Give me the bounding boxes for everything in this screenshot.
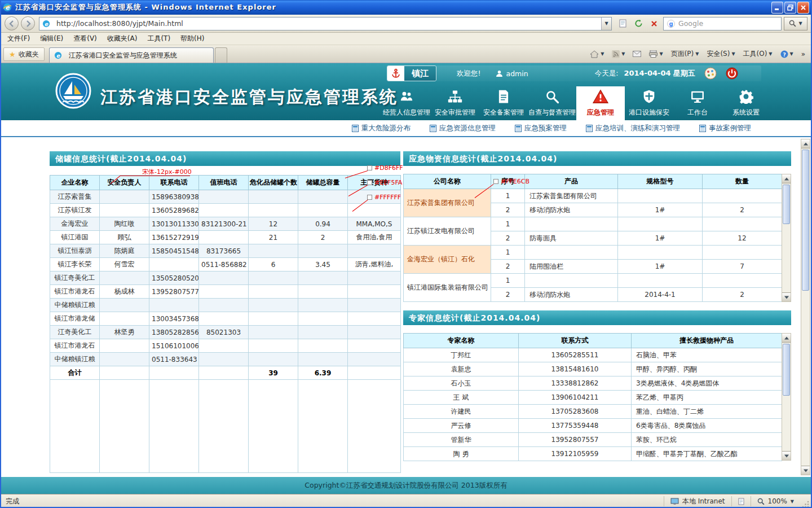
mail-button[interactable] (629, 49, 645, 59)
experts-cell: 严云修 (404, 419, 519, 433)
supplies-scrollbar[interactable] (782, 174, 791, 302)
tools-menu-button[interactable]: 工具(O)▼ (740, 47, 776, 60)
tank-cell (348, 271, 401, 285)
supplies-cell: 1 (491, 274, 525, 288)
search-button[interactable]: ▼ (784, 17, 807, 30)
experts-scrollbar[interactable] (782, 333, 791, 461)
resize-grip[interactable] (801, 500, 810, 508)
tank-cell: 85021303 (199, 326, 249, 339)
nav-label: 经营人信息管理 (383, 108, 430, 117)
search-icon (789, 20, 796, 27)
subnav-item-1[interactable]: 应急资源信息管理 (430, 124, 496, 133)
supplies-cell (525, 217, 618, 231)
tank-cell (298, 285, 348, 299)
favorites-button[interactable]: ★ 收藏夹 (3, 47, 45, 61)
nav-item-7[interactable]: 系统设置 (722, 86, 770, 120)
experts-tbody: 专家名称联系方式擅长救援物种产品 丁邦红13605285511石脑油、甲苯袁新忠… (404, 334, 782, 461)
subnav-item-2[interactable]: 应急预案管理 (515, 124, 567, 133)
new-tab-button[interactable] (215, 47, 227, 63)
tank-cell: 何雪宏 (100, 258, 149, 271)
supplies-column-header: 规格型号 (618, 174, 703, 189)
scroll-thumb[interactable] (802, 150, 809, 291)
supplies-cell: 移动消防水炮 (525, 203, 618, 217)
table-row: 王 斌13906104211苯乙烯、甲基丙 (404, 391, 782, 405)
nav-item-0[interactable]: 经营人信息管理 (382, 86, 431, 120)
menu-item-4[interactable]: 工具(T) (142, 32, 175, 45)
print-button[interactable]: ▼ (646, 49, 666, 59)
nav-item-5[interactable]: 港口设施保安 (625, 86, 673, 120)
feeds-button[interactable]: ▼ (608, 49, 628, 60)
user-strip: 镇江 欢迎您! admin 今天是: 2014-04-04 星期五 (387, 65, 761, 81)
theme-button[interactable] (704, 67, 717, 80)
tank-cell (199, 339, 249, 353)
restore-button[interactable] (784, 2, 796, 14)
tank-cell: 镇江恒泰沥 (50, 244, 100, 258)
site-header: 江苏省港口安全监管与应急管理系统 镇江 欢迎您! admin 今天是: 2014… (0, 63, 812, 120)
nav-item-4[interactable]: 应急管理 (576, 86, 625, 120)
menu-item-5[interactable]: 帮助(H) (175, 32, 209, 45)
nav-item-1[interactable]: 安全审批管理 (431, 86, 479, 120)
menu-item-2[interactable]: 查看(V) (68, 32, 102, 45)
tank-cell: 13605289682 (149, 204, 199, 217)
page-menu-button[interactable]: 页面(P)▼ (668, 47, 703, 60)
nav-item-2[interactable]: 安全备案管理 (479, 86, 528, 120)
supplies-company-cell: 镇江港国际集装箱有限公司 (404, 274, 491, 302)
close-button[interactable] (797, 2, 809, 14)
content-scrollbar[interactable] (801, 139, 810, 475)
star-icon: ★ (9, 50, 16, 59)
mode-indicator[interactable] (731, 496, 751, 506)
experts-cell: 甲缩醛、甲基异丁基酮、乙酸乙酯 (632, 447, 782, 461)
menu-item-3[interactable]: 收藏夹(A) (102, 32, 143, 45)
supplies-panel: 应急物资信息统计(截止2014.04.04) 公司名称序号产品规格型号数量 江苏… (403, 151, 791, 302)
web-page: 江苏省港口安全监管与应急管理系统 镇江 欢迎您! admin 今天是: 2014… (0, 63, 812, 494)
logout-button[interactable] (726, 67, 738, 80)
status-bar: 完成 本地 Intranet 100% ▼ (0, 494, 812, 508)
scroll-down-button[interactable] (782, 292, 791, 301)
scroll-thumb[interactable] (783, 344, 790, 396)
address-dropdown-icon[interactable]: ▼ (601, 17, 611, 30)
zoom-dropdown-icon[interactable]: ▼ (791, 499, 794, 504)
scroll-down-button[interactable] (782, 451, 791, 460)
stop-button[interactable] (647, 17, 661, 30)
scroll-thumb[interactable] (783, 185, 790, 224)
supplies-cell: 陆用围油栏 (525, 260, 618, 274)
tank-cell (149, 299, 199, 312)
zoom-control[interactable]: 100% ▼ (751, 496, 800, 506)
forward-button[interactable] (21, 16, 35, 30)
tank-cell (249, 244, 298, 258)
scroll-up-button[interactable] (782, 174, 791, 183)
minimize-button[interactable] (771, 2, 783, 14)
supplies-company-cell: 江苏索普集团有限公司 (404, 189, 491, 217)
search-dropdown-icon[interactable]: ▼ (798, 21, 802, 26)
refresh-button[interactable] (632, 17, 645, 30)
help-button[interactable]: ?▼ (777, 49, 797, 60)
subnav-item-4[interactable]: 事故案例管理 (699, 124, 751, 133)
subnav-item-3[interactable]: 应急培训、演练和演习管理 (586, 124, 680, 133)
supplies-cell: 2 (703, 288, 782, 302)
tank-cell: 镇江市港龙石 (50, 285, 100, 299)
scroll-down-button[interactable] (801, 466, 810, 475)
nav-item-6[interactable]: 工作台 (673, 86, 722, 120)
back-button[interactable] (5, 16, 19, 30)
home-button[interactable]: ▼ (586, 49, 607, 60)
subnav-item-0[interactable]: 重大危险源分布 (352, 124, 411, 133)
menu-item-0[interactable]: 文件(F) (2, 32, 35, 45)
tab-active[interactable]: e 江苏省港口安全监管与应急管理系统 (49, 47, 214, 63)
subnav-doc-icon (352, 125, 359, 132)
titlebar[interactable]: e 江苏省港口安全监管与应急管理系统 - Windows Internet Ex… (0, 0, 812, 15)
compatibility-button[interactable] (616, 17, 629, 30)
scroll-up-button[interactable] (801, 139, 810, 148)
search-box[interactable]: g Google (663, 17, 782, 30)
scroll-up-button[interactable] (782, 334, 791, 343)
search-placeholder[interactable]: Google (678, 19, 703, 28)
safety-menu-button[interactable]: 安全(S)▼ (703, 47, 738, 60)
tank-cell: 合计 (50, 366, 100, 380)
toolbar-overflow-icon[interactable]: » (798, 49, 809, 60)
tank-cell: 林坚勇 (100, 326, 149, 339)
menu-item-1[interactable]: 编辑(E) (35, 32, 68, 45)
experts-cell: 苯胺、环己烷 (632, 433, 782, 447)
address-bar[interactable]: e http://localhost:8080/yjpt/Main.html ▼ (39, 17, 612, 30)
nav-item-3[interactable]: 自查与督查管理 (528, 86, 576, 120)
address-url[interactable]: http://localhost:8080/yjpt/Main.html (56, 19, 598, 28)
experts-cell: 13705283608 (519, 405, 632, 419)
